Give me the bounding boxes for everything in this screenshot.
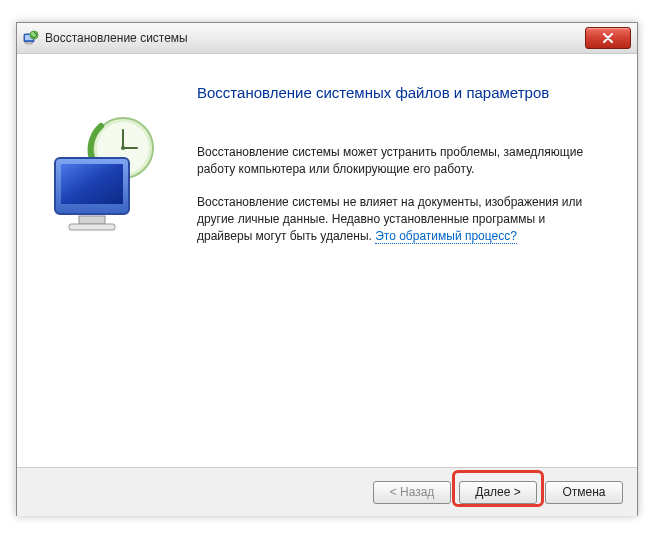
app-icon [23,30,39,46]
wizard-button-bar: < Назад Далее > Отмена [17,467,637,516]
reversible-process-link[interactable]: Это обратимый процесс? [375,229,517,244]
next-button[interactable]: Далее > [459,481,537,504]
restore-illustration [41,112,171,242]
client-area: Восстановление системных файлов и параме… [17,54,637,516]
system-restore-window: Восстановление системы [16,22,638,516]
close-button[interactable] [585,27,631,49]
title-bar[interactable]: Восстановление системы [17,23,637,54]
svg-rect-13 [69,224,115,230]
svg-rect-12 [79,216,105,224]
page-heading: Восстановление системных файлов и параме… [197,84,549,101]
svg-point-8 [121,146,125,150]
intro-paragraph-1: Восстановление системы может устранить п… [197,144,597,178]
cancel-button[interactable]: Отмена [545,481,623,504]
close-icon [603,33,613,43]
back-button: < Назад [373,481,451,504]
window-title: Восстановление системы [45,31,188,45]
svg-rect-2 [26,42,32,44]
intro-paragraph-2: Восстановление системы не влияет на доку… [197,194,597,245]
svg-rect-11 [61,164,123,204]
